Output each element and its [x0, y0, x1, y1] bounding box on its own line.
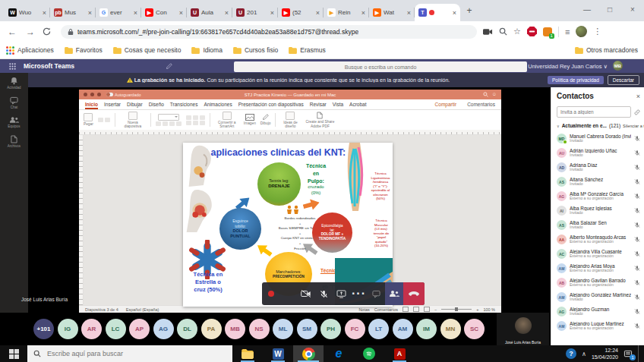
participant-avatar[interactable]: AP: [129, 319, 150, 339]
participant-avatar[interactable]: FC: [345, 319, 365, 339]
file-explorer-icon[interactable]: [232, 345, 263, 362]
participant-avatar[interactable]: SM: [297, 319, 317, 339]
url-field[interactable]: teams.microsoft.com/_#/pre-join-calling/…: [61, 25, 477, 39]
participant-avatar[interactable]: MB: [225, 319, 245, 339]
contact-row[interactable]: AM Alejandro González Martínez Invitado: [557, 290, 640, 304]
mic-muted-icon[interactable]: [634, 250, 640, 257]
mic-muted-icon[interactable]: [634, 178, 640, 185]
bookmark-folder[interactable]: Idioma: [191, 46, 223, 54]
teams-command-search-input[interactable]: [234, 61, 527, 72]
bookmark-folder[interactable]: Erasmus: [289, 46, 326, 54]
chat-button[interactable]: [368, 282, 385, 305]
contacts-close-icon[interactable]: ×: [636, 93, 640, 100]
rail-item-files[interactable]: Archivos: [8, 135, 21, 148]
share-screen-button[interactable]: [333, 282, 350, 305]
privacy-policy-button[interactable]: Política de privacidad: [548, 76, 604, 84]
rail-item-activity[interactable]: Actividad: [7, 77, 21, 90]
tab-close-icon[interactable]: ×: [179, 9, 183, 17]
rail-item-teams[interactable]: Equipos: [8, 116, 20, 128]
forward-button[interactable]: →: [24, 27, 36, 37]
new-tab-button[interactable]: +: [463, 5, 475, 17]
contact-row[interactable]: AG Alejandro Guzman Invitado: [557, 304, 640, 319]
bookmark-star-icon[interactable]: ☆: [513, 27, 521, 36]
back-button[interactable]: ←: [6, 27, 18, 37]
contact-row[interactable]: AB Alejandro Gavilan Barrado Externo a s…: [557, 275, 640, 290]
bookmark-folder[interactable]: Cursos fisio: [233, 46, 278, 54]
participant-avatar[interactable]: PH: [320, 319, 341, 339]
tenant-name[interactable]: Universidad Rey Juan Carlos ∨: [528, 63, 608, 70]
reload-button[interactable]: [43, 27, 55, 36]
other-bookmarks[interactable]: Otros marcadores: [575, 46, 638, 54]
participant-avatar[interactable]: PA: [201, 319, 222, 339]
presenter-video-thumbnail[interactable]: José Luis Arias Buría: [497, 313, 549, 345]
contact-row[interactable]: AM Alejandro Arias Moya Externo a su org…: [557, 261, 640, 275]
tab-close-icon[interactable]: ×: [225, 9, 229, 17]
mic-muted-icon[interactable]: [634, 279, 640, 286]
acrobat-icon[interactable]: A: [384, 345, 415, 362]
mic-muted-icon[interactable]: [634, 236, 640, 243]
window-close-button[interactable]: ×: [621, 0, 644, 21]
participant-avatar[interactable]: AR: [81, 319, 102, 339]
window-minimize-button[interactable]: —: [576, 0, 598, 21]
mute-all-button[interactable]: Silenciar a todos: [623, 124, 644, 128]
window-maximize-button[interactable]: □: [598, 0, 621, 21]
participant-avatar[interactable]: LT: [368, 319, 389, 339]
participant-avatar[interactable]: +101: [33, 319, 54, 339]
browser-tab[interactable]: ▶ Rein ×: [324, 4, 369, 21]
taskbar-clock[interactable]: 12:24 15/04/2020: [592, 347, 618, 360]
currently-in-meeting-section[interactable]: Actualmente en e...: [562, 123, 607, 128]
invite-someone-input[interactable]: [557, 106, 631, 118]
browser-tab[interactable]: ▶ Con ×: [141, 4, 187, 21]
mic-muted-icon[interactable]: [634, 135, 640, 142]
tab-close-icon[interactable]: ×: [361, 9, 365, 17]
bookmark-folder[interactable]: Favoritos: [65, 46, 103, 54]
contact-row[interactable]: AU Adrián Izquierdo Uñac Invitado: [557, 146, 640, 160]
contact-row[interactable]: AS Alba Salazar Sen Invitado: [557, 218, 640, 232]
participant-avatar[interactable]: IM: [416, 319, 437, 339]
help-tray-icon[interactable]: ?: [566, 348, 576, 359]
browser-profile-avatar[interactable]: [576, 26, 587, 37]
browser-tab[interactable]: pb Mus ×: [50, 4, 96, 21]
contact-row[interactable]: AD Adriana Díaz Invitado: [557, 160, 640, 175]
browser-tab[interactable]: U Aula ×: [187, 4, 232, 21]
mic-muted-icon[interactable]: [634, 323, 640, 329]
mic-muted-icon[interactable]: [634, 164, 640, 171]
adblock-extension-icon[interactable]: [527, 27, 537, 36]
tab-close-icon[interactable]: ×: [407, 9, 411, 17]
mic-muted-icon[interactable]: [634, 150, 640, 156]
hang-up-button[interactable]: [403, 282, 425, 305]
contact-row[interactable]: AS Aitana Sánchez Invitado: [557, 175, 640, 189]
mic-muted-icon[interactable]: [634, 308, 640, 315]
show-desktop-button[interactable]: [638, 345, 641, 362]
mic-muted-icon[interactable]: [634, 265, 640, 272]
spotify-icon[interactable]: [354, 345, 384, 362]
browser-tab[interactable]: ▶ (52 ×: [278, 4, 324, 21]
tab-close-icon[interactable]: ×: [134, 9, 137, 17]
mic-muted-icon[interactable]: [634, 294, 640, 301]
contact-row[interactable]: AI Alba Rguez Iglesias Invitado: [557, 203, 640, 218]
browser-tab[interactable]: G ever ×: [96, 4, 141, 21]
teams-profile-avatar[interactable]: MB: [613, 61, 623, 71]
tab-close-icon[interactable]: ×: [88, 9, 92, 17]
contact-row[interactable]: AA Alberto Monteagudo Arcas Externo a su…: [557, 232, 640, 247]
browser-tab[interactable]: ▶ Wat ×: [369, 4, 415, 21]
mic-muted-icon[interactable]: [634, 193, 640, 200]
participant-avatar[interactable]: AG: [153, 319, 174, 339]
dismiss-button[interactable]: Descartar: [608, 75, 639, 85]
contact-row[interactable]: AG Alba Mª Gonzalez García Externo a su …: [557, 189, 640, 203]
participant-avatar[interactable]: SC: [464, 319, 485, 339]
camera-toggle-button[interactable]: [297, 282, 314, 305]
mic-toggle-button[interactable]: [315, 282, 333, 305]
contact-row[interactable]: MD Manuel Cabrera Dorado (Invit. Invitad…: [557, 131, 640, 146]
participant-avatar[interactable]: AM: [393, 319, 413, 339]
new-chat-icon[interactable]: [166, 63, 172, 70]
participant-avatar[interactable]: MN: [440, 319, 461, 339]
browser-tab[interactable]: U 201 ×: [232, 4, 278, 21]
participant-avatar[interactable]: LC: [106, 319, 126, 339]
participant-avatar[interactable]: IG: [58, 319, 78, 339]
playlist-extension-icon[interactable]: ≡: [565, 27, 570, 36]
taskbar-search[interactable]: [27, 345, 232, 362]
edge-icon[interactable]: e: [324, 345, 354, 362]
mic-muted-icon[interactable]: [634, 207, 640, 214]
contact-row[interactable]: AC Alejandra Villa Cuasante Externo a su…: [557, 247, 640, 261]
